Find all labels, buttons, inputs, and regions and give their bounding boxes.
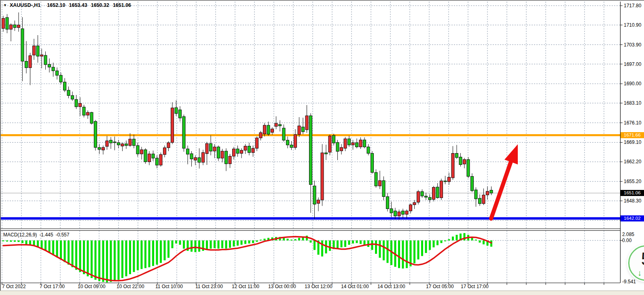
macd-histogram-bar: [348, 240, 350, 245]
macd-histogram-bar: [152, 240, 154, 266]
candle-body: [217, 147, 220, 158]
macd-histogram-bar: [179, 240, 181, 245]
macd-histogram-bar: [252, 240, 254, 243]
macd-histogram-bar: [110, 240, 112, 282]
price-tick-label: 1648.30: [624, 198, 644, 204]
macd-histogram-bar: [125, 240, 127, 276]
candle-body: [21, 29, 24, 61]
macd-histogram-bar: [337, 240, 339, 248]
price-tick-label: 1710.90: [624, 22, 644, 28]
macd-histogram-bar: [375, 240, 377, 254]
candle-body: [413, 202, 416, 205]
candle-body: [90, 112, 93, 123]
candle-body: [432, 188, 435, 200]
candle-body: [36, 46, 39, 56]
price-tick-label: 1655.20: [624, 179, 644, 184]
candle-body: [348, 139, 351, 145]
macd-histogram-bar: [464, 233, 466, 240]
macd-histogram-bar: [452, 236, 454, 240]
time-label: 14 Oct 01:00: [341, 284, 369, 289]
macd-histogram-bar: [214, 240, 216, 248]
time-label: 7 Oct 17:00: [40, 284, 65, 289]
macd-histogram-bar: [356, 240, 358, 243]
macd-histogram-bar: [413, 240, 415, 263]
macd-histogram-bar: [102, 240, 104, 282]
candle-body: [121, 144, 124, 146]
macd-histogram-bar: [298, 238, 300, 240]
candle-body: [79, 103, 82, 107]
macd-histogram-bar: [290, 240, 292, 240]
time-label: 11 Oct 23:00: [195, 284, 223, 289]
macd-histogram-bar: [360, 240, 362, 244]
candle-body: [52, 67, 55, 71]
macd-histogram-bar: [52, 240, 54, 255]
price-tick-label: 1683.10: [624, 100, 644, 106]
current-price-tag: 1651.06: [621, 190, 644, 196]
candle-body: [375, 173, 377, 186]
macd-histogram-bar: [175, 240, 177, 244]
candle-body: [356, 143, 358, 147]
candle-body: [205, 143, 208, 154]
symbol-header: ▼ XAUUSD-,H1 1652.10 1653.43 1650.32 165…: [3, 2, 135, 8]
candle-body: [152, 154, 155, 158]
macd-histogram-bar: [167, 240, 169, 258]
open-value: 1652.10: [47, 2, 65, 8]
price-tick-label: 1717.80: [624, 3, 644, 8]
macd-histogram-bar: [294, 239, 297, 240]
resistance-price-tag: 1671.66: [621, 132, 644, 138]
macd-header: MACD(12,26,9) -1.445 -0.557: [3, 232, 72, 238]
time-label: 11 Oct 10:00: [155, 284, 183, 289]
candle-body: [398, 212, 400, 216]
macd-histogram-bar: [18, 240, 20, 242]
macd-histogram-bar: [91, 240, 93, 278]
candle-body: [286, 140, 289, 145]
candle-body: [167, 143, 170, 148]
symbol-timeframe-label: XAUUSD-,H1: [10, 2, 40, 8]
macd-histogram-bar: [244, 240, 246, 244]
trend-arrow-shaft[interactable]: [491, 162, 511, 219]
macd-histogram-bar: [456, 235, 458, 240]
macd-histogram-bar: [56, 240, 58, 257]
candle-body: [440, 181, 443, 198]
candle-body: [233, 149, 235, 156]
candle-body: [229, 156, 231, 164]
macd-title: MACD(12,26,9): [3, 232, 37, 238]
chart-symbol-dropdown-icon[interactable]: ▼: [3, 3, 7, 7]
candle-body: [386, 197, 389, 209]
candle-body: [344, 139, 347, 148]
trend-arrow-head[interactable]: [504, 144, 518, 164]
candle-body: [448, 177, 451, 182]
candle-body: [213, 147, 216, 151]
candle-body: [328, 136, 331, 152]
candle-body: [159, 154, 162, 165]
macd-histogram-bar: [137, 240, 139, 270]
candle-body: [13, 25, 16, 27]
support-price-tag: 1642.02: [621, 215, 644, 221]
macd-histogram-bar: [106, 240, 108, 282]
candle-body: [44, 55, 47, 65]
candle-body: [444, 181, 447, 182]
candle-body: [71, 95, 74, 99]
candle-body: [305, 116, 308, 130]
candle-body: [186, 149, 189, 154]
candle-body: [64, 82, 66, 90]
candle-body: [75, 99, 78, 107]
candle-body: [367, 147, 370, 154]
macd-histogram-bar: [14, 240, 16, 242]
time-label: 14 Oct 13:00: [377, 284, 405, 289]
macd-histogram-bar: [371, 240, 373, 250]
high-value: 1653.43: [69, 2, 87, 8]
price-tick-label: 1703.90: [624, 42, 644, 48]
macd-histogram-bar: [172, 240, 174, 248]
time-label: 17 Oct 05:00: [426, 284, 454, 289]
macd-histogram-bar: [314, 240, 316, 250]
price-tick-label: 1697.00: [624, 61, 644, 67]
macd-histogram-bar: [383, 240, 385, 260]
macd-histogram-bar: [310, 240, 312, 242]
candle-body: [390, 209, 393, 213]
candle-body: [59, 75, 62, 82]
chart-canvas[interactable]: [0, 0, 644, 295]
candle-body: [259, 133, 262, 138]
macd-histogram-bar: [367, 240, 369, 247]
candle-body: [333, 135, 335, 143]
